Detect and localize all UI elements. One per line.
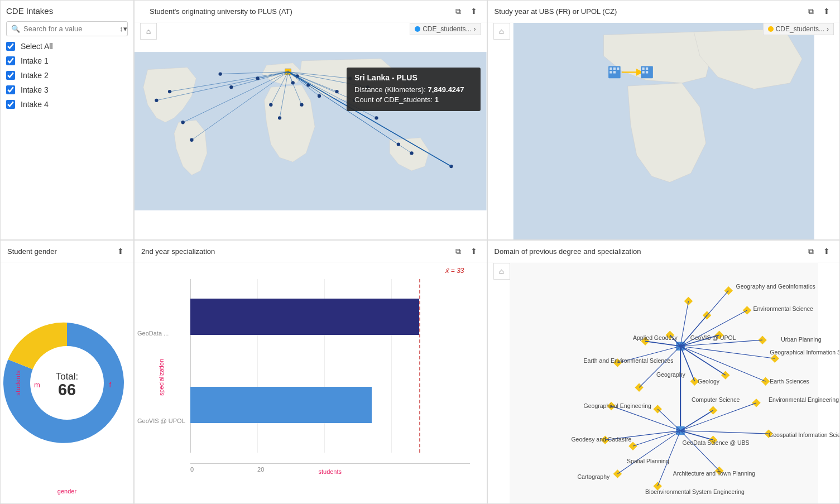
intake-checkbox-1[interactable] <box>6 56 15 65</box>
breadcrumb-dot <box>415 26 420 32</box>
sort-button[interactable]: ↕▾ <box>119 25 127 33</box>
bar-fill-1 <box>190 299 419 335</box>
map2-export-btn[interactable]: ⬆ <box>820 5 833 17</box>
map2-title: Study year at UBS (FR) or UPOL (CZ) <box>495 7 617 16</box>
intake-checkbox-4[interactable] <box>6 100 15 109</box>
intake-label-1: Intake 1 <box>21 56 49 65</box>
map2-svg <box>488 23 840 239</box>
map2-breadcrumb[interactable]: CDE_students... › <box>763 23 834 35</box>
tick-0: 0 <box>190 466 194 473</box>
students-axis-label: students <box>15 370 21 396</box>
map1-tooltip: Sri Lanka - PLUS Distance (Kilometers): … <box>347 68 481 111</box>
network-panel: Domain of previous degree and specializa… <box>487 240 841 504</box>
bar-label-1: GeoData ... <box>137 330 169 337</box>
intake-label-3: Intake 3 <box>21 85 49 94</box>
svg-text:Architecture and Town Planning: Architecture and Town Planning <box>673 471 755 477</box>
svg-point-35 <box>397 142 400 146</box>
intake-item-2: Intake 2 <box>6 71 128 80</box>
bar-panel: 2nd year specialization ⧉ ⬆ x̄ = 33 GeoD… <box>134 240 487 504</box>
map1-home-btn[interactable]: ⌂ <box>140 23 157 40</box>
network-home-btn[interactable]: ⌂ <box>493 263 510 280</box>
bar-fill-2 <box>190 387 372 423</box>
gender-m-label: m <box>34 380 40 388</box>
map1-export-btn[interactable]: ⬆ <box>468 5 480 17</box>
svg-rect-50 <box>609 68 612 70</box>
bar-label-2: GeoVIS @ UPOL <box>137 417 185 424</box>
bar-y-label: specialization <box>158 358 165 395</box>
svg-rect-54 <box>613 71 615 73</box>
svg-point-30 <box>300 103 303 107</box>
svg-text:Geographical Information Scien: Geographical Information Science <box>770 349 839 356</box>
svg-text:Applied Geodesy: Applied Geodesy <box>632 335 678 341</box>
svg-rect-58 <box>645 68 647 70</box>
map2-header: Study year at UBS (FR) or UPOL (CZ) ⧉ ⬆ <box>488 1 840 22</box>
bar-actions: ⧉ ⬆ <box>452 245 480 257</box>
gender-title: Student gender <box>7 247 57 256</box>
svg-point-44 <box>291 81 295 84</box>
map1-header: ∧ Student's originating university to PL… <box>135 1 487 22</box>
x-axis: 0 20 <box>190 463 470 464</box>
bar-title: 2nd year specialization <box>141 247 215 256</box>
map2-home-btn[interactable]: ⌂ <box>493 23 510 40</box>
map1-svg: + <box>135 23 487 239</box>
tooltip-distance: Distance (Kilometers): 7,849.4247 <box>354 85 473 94</box>
avg-line <box>419 279 420 453</box>
svg-point-40 <box>256 76 260 80</box>
svg-rect-51 <box>613 68 615 70</box>
bar-x-label: students <box>318 468 342 475</box>
svg-text:GeoVIS @ UPOL: GeoVIS @ UPOL <box>690 335 736 341</box>
tooltip-count: Count of CDE_students: 1 <box>354 95 473 104</box>
search-icon: 🔍 <box>11 25 20 33</box>
svg-text:Geographical Engineering: Geographical Engineering <box>583 403 651 409</box>
svg-text:Geography: Geography <box>656 372 685 378</box>
network-header: Domain of previous degree and specializa… <box>488 241 840 262</box>
intake-checkbox-3[interactable] <box>6 85 15 94</box>
select-all-checkbox[interactable] <box>6 42 15 51</box>
svg-rect-60 <box>645 71 647 73</box>
svg-rect-52 <box>617 68 619 70</box>
network-export-btn[interactable]: ⬆ <box>820 245 833 257</box>
search-input[interactable] <box>23 25 117 33</box>
donut-container: students m f Total: 66 gender <box>1 262 133 503</box>
intake-item-4: Intake 4 <box>6 100 128 109</box>
bar-copy-btn[interactable]: ⧉ <box>452 245 464 257</box>
intake-label-2: Intake 2 <box>21 71 49 80</box>
gender-export-btn[interactable]: ⬆ <box>114 245 127 257</box>
map1-actions: ⧉ ⬆ <box>452 5 480 17</box>
svg-text:Environmental Science: Environmental Science <box>753 306 813 312</box>
gender-panel: Student gender ⬆ students m f Total: 66 … <box>0 240 134 504</box>
svg-text:Geology: Geology <box>698 378 720 385</box>
svg-text:Environmental Engineering: Environmental Engineering <box>769 397 839 403</box>
svg-point-38 <box>278 116 281 119</box>
intakes-title: CDE Intakes <box>6 6 128 16</box>
intake-checkbox-2[interactable] <box>6 71 15 80</box>
search-box[interactable]: 🔍 ↕▾ <box>6 21 128 36</box>
svg-point-36 <box>410 151 413 155</box>
select-all-item: Select All <box>6 42 128 51</box>
map2-actions: ⧉ ⬆ <box>805 5 833 17</box>
map2-panel: Study year at UBS (FR) or UPOL (CZ) ⧉ ⬆ … <box>487 0 841 240</box>
select-all-label: Select All <box>21 42 53 51</box>
breadcrumb-dot-yellow <box>768 26 774 32</box>
svg-point-34 <box>375 116 378 119</box>
network-title: Domain of previous degree and specializa… <box>495 247 641 256</box>
gender-f-label: f <box>109 380 111 388</box>
dashboard: CDE Intakes 🔍 ↕▾ Select AllIntake 1Intak… <box>0 0 840 504</box>
bar-export-btn[interactable]: ⬆ <box>468 245 480 257</box>
svg-point-43 <box>219 72 222 75</box>
network-actions: ⧉ ⬆ <box>805 245 833 257</box>
collapse-icon[interactable]: ∧ <box>217 8 220 15</box>
network-copy-btn[interactable]: ⧉ <box>805 245 817 257</box>
tick-20: 20 <box>257 466 264 473</box>
bar-chart-area: GeoData ... GeoVIS @ UPOL 0 20 specializ… <box>190 279 470 475</box>
map1-breadcrumb[interactable]: CDE_students... › <box>410 23 481 35</box>
map2-copy-btn[interactable]: ⧉ <box>805 5 817 17</box>
chevron-right-icon: › <box>474 25 476 33</box>
intake-item-3: Intake 3 <box>6 85 128 94</box>
avg-label: x̄ = 33 <box>445 267 464 275</box>
svg-text:Cartography: Cartography <box>577 474 609 480</box>
svg-text:Computer Science: Computer Science <box>691 397 739 403</box>
bar-row-2: GeoVIS @ UPOL <box>190 387 470 455</box>
map1-copy-btn[interactable]: ⧉ <box>452 5 464 17</box>
svg-point-28 <box>190 138 193 142</box>
